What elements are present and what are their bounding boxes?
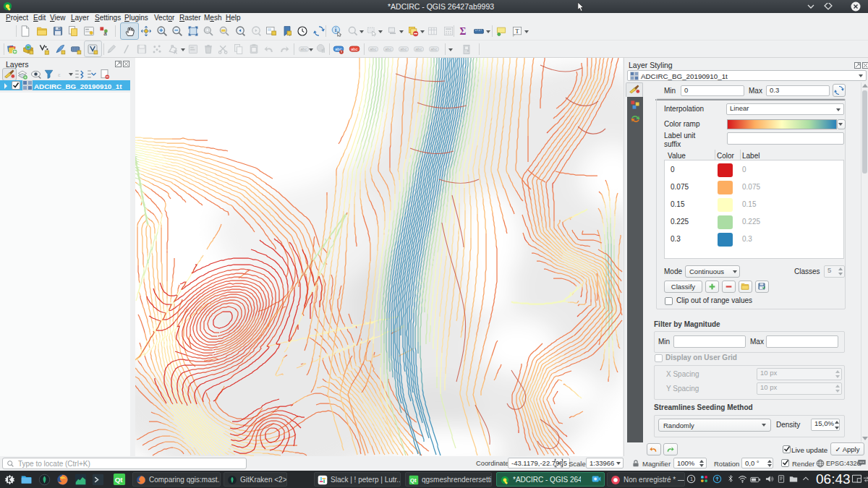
svg-text:abc: abc: [430, 47, 437, 51]
svg-text:abc: abc: [300, 47, 307, 51]
svg-text:Qt: Qt: [410, 477, 417, 484]
svg-text:abc: abc: [351, 47, 357, 51]
svg-text:a: a: [103, 30, 107, 37]
svg-text:abc: abc: [415, 47, 422, 51]
svg-text:T: T: [515, 27, 519, 35]
svg-text:abc: abc: [385, 47, 391, 51]
svg-text:Qt: Qt: [115, 476, 124, 484]
svg-text:ε: ε: [58, 71, 61, 78]
svg-text:abc: abc: [370, 47, 376, 51]
svg-text:1: 1: [690, 476, 693, 482]
svg-text:Σ: Σ: [459, 26, 466, 37]
svg-text:abc: abc: [400, 47, 407, 51]
